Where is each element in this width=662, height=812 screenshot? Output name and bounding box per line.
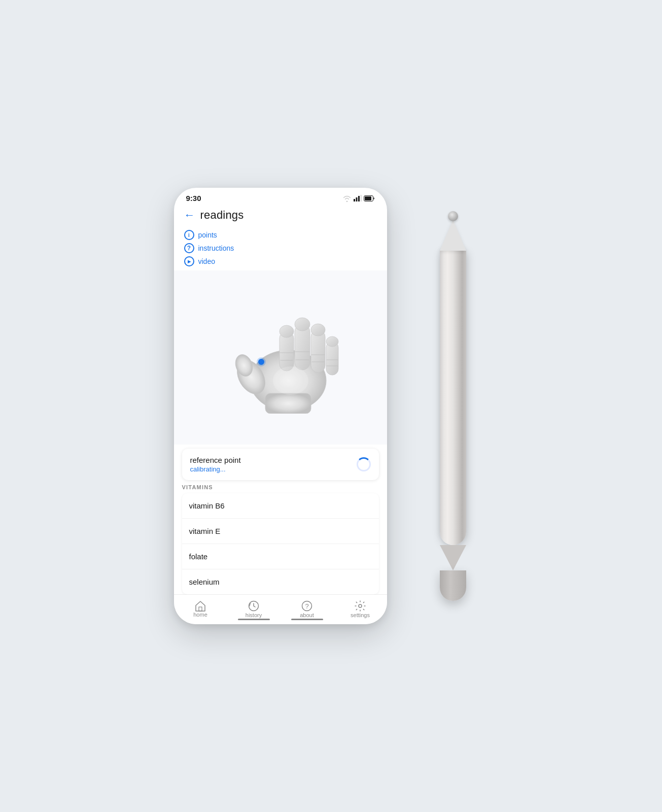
page-header: ← readings	[174, 205, 387, 228]
question-icon: ?	[184, 243, 194, 253]
svg-rect-27	[199, 607, 202, 611]
status-icons	[342, 195, 375, 202]
page-title: readings	[200, 209, 244, 222]
play-icon: ▶	[184, 256, 194, 266]
points-label: points	[198, 231, 217, 239]
hand-svg	[210, 302, 352, 414]
ref-card-title: reference point	[190, 456, 241, 464]
instructions-label: instructions	[198, 244, 234, 252]
nav-item-settings[interactable]: settings	[334, 595, 387, 620]
bottom-nav: home history ? about	[174, 594, 387, 624]
nav-item-home[interactable]: home	[174, 595, 227, 620]
nav-item-history[interactable]: history	[227, 595, 281, 620]
svg-rect-2	[358, 196, 360, 201]
history-label: history	[246, 612, 262, 618]
svg-point-10	[280, 325, 294, 337]
battery-icon	[364, 195, 375, 201]
svg-point-31	[359, 604, 362, 607]
pen-device	[417, 188, 489, 624]
svg-rect-3	[360, 195, 362, 201]
vitamins-section-label: VITAMINS	[182, 484, 379, 490]
svg-point-18	[311, 324, 325, 336]
history-underline	[238, 619, 270, 620]
hand-container	[210, 302, 352, 414]
svg-rect-25	[265, 393, 311, 414]
status-time: 9:30	[186, 194, 201, 202]
about-label: about	[300, 612, 314, 618]
pen-main-body	[440, 251, 466, 545]
list-item[interactable]: vitamin E	[182, 519, 379, 544]
list-item[interactable]: folate	[182, 544, 379, 569]
vitamin-list: vitamin B6 vitamin E folate selenium	[182, 493, 379, 594]
scene: 9:30	[0, 0, 662, 812]
svg-text:?: ?	[305, 602, 308, 610]
pen-bottom-taper	[440, 545, 466, 570]
ref-card-status: calibrating...	[190, 465, 241, 473]
home-icon	[194, 600, 206, 612]
svg-rect-1	[356, 197, 357, 201]
svg-point-22	[326, 336, 338, 347]
svg-rect-5	[365, 196, 371, 200]
settings-icon	[354, 600, 366, 612]
pen-body-assembly	[440, 211, 466, 601]
reference-point-card: reference point calibrating...	[182, 449, 379, 480]
back-button[interactable]: ←	[184, 210, 195, 221]
calibration-spinner	[357, 457, 371, 471]
instructions-link[interactable]: ? instructions	[184, 243, 377, 253]
info-links-section: i points ? instructions ▶ video	[174, 228, 387, 266]
acupuncture-point-marker	[258, 359, 264, 365]
pen-tip-taper	[440, 220, 466, 251]
pen-bottom-cap	[440, 570, 466, 601]
status-bar: 9:30	[174, 188, 387, 205]
about-icon: ?	[301, 600, 313, 612]
pen-tip-ball	[448, 211, 458, 221]
points-link[interactable]: i points	[184, 230, 377, 240]
about-underline	[291, 619, 323, 620]
settings-label: settings	[351, 612, 370, 618]
list-item[interactable]: vitamin B6	[182, 493, 379, 519]
vitamins-section: VITAMINS vitamin B6 vitamin E folate sel…	[174, 484, 387, 594]
nav-item-about[interactable]: ? about	[281, 595, 334, 620]
wifi-icon	[342, 195, 352, 202]
svg-point-26	[273, 366, 308, 395]
home-label: home	[193, 612, 207, 618]
svg-point-14	[295, 318, 310, 331]
svg-rect-17	[311, 330, 325, 373]
video-link[interactable]: ▶ video	[184, 256, 377, 266]
hand-illustration-area	[174, 270, 387, 445]
svg-rect-0	[354, 199, 355, 201]
list-item[interactable]: selenium	[182, 569, 379, 594]
phone-frame: 9:30	[174, 188, 387, 624]
ref-card-content: reference point calibrating...	[190, 456, 241, 473]
history-icon	[248, 600, 260, 612]
svg-rect-13	[295, 324, 310, 370]
video-label: video	[198, 257, 215, 265]
info-icon: i	[184, 230, 194, 240]
signal-icon	[354, 195, 362, 202]
